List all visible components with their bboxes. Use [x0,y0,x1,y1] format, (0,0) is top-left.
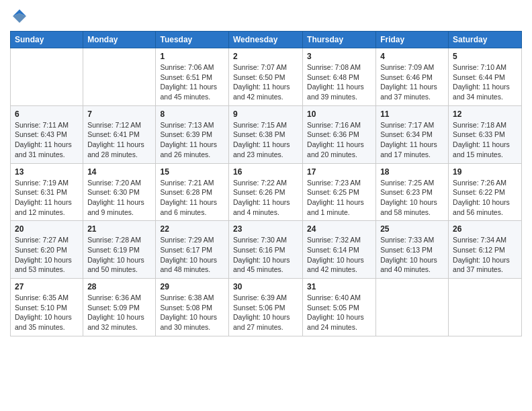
day-number: 12 [453,109,517,119]
day-cell: 2Sunrise: 7:07 AM Sunset: 6:50 PM Daylig… [228,48,302,106]
day-number: 8 [160,109,224,119]
day-cell: 20Sunrise: 7:27 AM Sunset: 6:20 PM Dayli… [11,221,83,279]
day-number: 19 [453,167,517,177]
week-row-3: 13Sunrise: 7:19 AM Sunset: 6:31 PM Dayli… [11,163,522,221]
day-cell: 25Sunrise: 7:33 AM Sunset: 6:13 PM Dayli… [376,221,449,279]
day-cell: 7Sunrise: 7:12 AM Sunset: 6:41 PM Daylig… [83,105,156,163]
day-info: Sunrise: 7:30 AM Sunset: 6:16 PM Dayligh… [233,235,298,275]
day-header-friday: Friday [376,32,449,48]
calendar-table: SundayMondayTuesdayWednesdayThursdayFrid… [10,31,522,336]
day-header-wednesday: Wednesday [228,32,302,48]
day-cell [83,48,156,106]
day-number: 26 [453,224,517,234]
day-number: 9 [233,109,298,119]
day-header-thursday: Thursday [303,32,376,48]
day-cell: 16Sunrise: 7:22 AM Sunset: 6:26 PM Dayli… [228,163,302,221]
week-row-4: 20Sunrise: 7:27 AM Sunset: 6:20 PM Dayli… [11,221,522,279]
day-cell: 30Sunrise: 6:39 AM Sunset: 5:06 PM Dayli… [228,279,302,336]
header-row: SundayMondayTuesdayWednesdayThursdayFrid… [11,32,522,48]
day-number: 10 [307,109,371,119]
day-number: 27 [15,282,79,291]
day-number: 1 [160,52,224,61]
day-cell: 19Sunrise: 7:26 AM Sunset: 6:22 PM Dayli… [449,163,522,221]
header [10,7,522,26]
day-info: Sunrise: 7:34 AM Sunset: 6:12 PM Dayligh… [453,235,517,275]
day-info: Sunrise: 7:21 AM Sunset: 6:28 PM Dayligh… [160,178,224,218]
day-info: Sunrise: 7:12 AM Sunset: 6:41 PM Dayligh… [87,120,151,160]
day-cell: 29Sunrise: 6:38 AM Sunset: 5:08 PM Dayli… [156,279,229,336]
day-info: Sunrise: 7:27 AM Sunset: 6:20 PM Dayligh… [15,235,79,275]
day-info: Sunrise: 7:16 AM Sunset: 6:36 PM Dayligh… [307,120,371,160]
day-cell: 26Sunrise: 7:34 AM Sunset: 6:12 PM Dayli… [449,221,522,279]
day-info: Sunrise: 6:35 AM Sunset: 5:10 PM Dayligh… [15,293,79,332]
day-number: 23 [233,224,298,234]
day-cell: 12Sunrise: 7:18 AM Sunset: 6:33 PM Dayli… [449,105,522,163]
day-cell [376,279,449,336]
day-cell [449,279,522,336]
day-info: Sunrise: 7:18 AM Sunset: 6:33 PM Dayligh… [453,120,517,160]
day-cell: 31Sunrise: 6:40 AM Sunset: 5:05 PM Dayli… [303,279,376,336]
day-info: Sunrise: 7:29 AM Sunset: 6:17 PM Dayligh… [160,235,224,275]
day-number: 31 [307,282,371,291]
day-cell: 6Sunrise: 7:11 AM Sunset: 6:43 PM Daylig… [11,105,83,163]
day-number: 6 [15,109,79,119]
day-info: Sunrise: 7:15 AM Sunset: 6:38 PM Dayligh… [233,120,298,160]
day-number: 5 [453,52,517,61]
day-info: Sunrise: 7:26 AM Sunset: 6:22 PM Dayligh… [453,178,517,218]
day-number: 16 [233,167,298,177]
day-info: Sunrise: 7:10 AM Sunset: 6:44 PM Dayligh… [453,62,517,102]
day-info: Sunrise: 7:25 AM Sunset: 6:23 PM Dayligh… [380,178,444,218]
day-number: 13 [15,167,79,177]
day-cell: 24Sunrise: 7:32 AM Sunset: 6:14 PM Dayli… [303,221,376,279]
day-info: Sunrise: 7:17 AM Sunset: 6:34 PM Dayligh… [380,120,444,160]
day-number: 4 [380,52,444,61]
day-number: 3 [307,52,371,61]
day-info: Sunrise: 7:09 AM Sunset: 6:46 PM Dayligh… [380,62,444,102]
day-number: 15 [160,167,224,177]
day-info: Sunrise: 7:32 AM Sunset: 6:14 PM Dayligh… [307,235,371,275]
day-info: Sunrise: 7:20 AM Sunset: 6:30 PM Dayligh… [87,178,151,218]
day-number: 18 [380,167,444,177]
day-info: Sunrise: 6:40 AM Sunset: 5:05 PM Dayligh… [307,293,371,332]
day-header-sunday: Sunday [11,32,83,48]
day-info: Sunrise: 7:19 AM Sunset: 6:31 PM Dayligh… [15,178,79,218]
day-number: 21 [87,224,151,234]
day-number: 11 [380,109,444,119]
day-number: 30 [233,282,298,291]
day-info: Sunrise: 7:23 AM Sunset: 6:25 PM Dayligh… [307,178,371,218]
day-header-monday: Monday [83,32,156,48]
day-cell: 22Sunrise: 7:29 AM Sunset: 6:17 PM Dayli… [156,221,229,279]
day-cell: 9Sunrise: 7:15 AM Sunset: 6:38 PM Daylig… [228,105,302,163]
day-cell: 11Sunrise: 7:17 AM Sunset: 6:34 PM Dayli… [376,105,449,163]
day-number: 25 [380,224,444,234]
day-info: Sunrise: 6:38 AM Sunset: 5:08 PM Dayligh… [160,293,224,332]
day-info: Sunrise: 7:13 AM Sunset: 6:39 PM Dayligh… [160,120,224,160]
day-cell: 5Sunrise: 7:10 AM Sunset: 6:44 PM Daylig… [449,48,522,106]
logo-icon [10,7,29,26]
day-header-saturday: Saturday [449,32,522,48]
day-cell: 17Sunrise: 7:23 AM Sunset: 6:25 PM Dayli… [303,163,376,221]
day-info: Sunrise: 7:11 AM Sunset: 6:43 PM Dayligh… [15,120,79,160]
day-info: Sunrise: 7:22 AM Sunset: 6:26 PM Dayligh… [233,178,298,218]
day-number: 24 [307,224,371,234]
day-cell: 1Sunrise: 7:06 AM Sunset: 6:51 PM Daylig… [156,48,229,106]
day-number: 29 [160,282,224,291]
day-cell: 21Sunrise: 7:28 AM Sunset: 6:19 PM Dayli… [83,221,156,279]
day-info: Sunrise: 7:28 AM Sunset: 6:19 PM Dayligh… [87,235,151,275]
day-header-tuesday: Tuesday [156,32,229,48]
day-cell: 4Sunrise: 7:09 AM Sunset: 6:46 PM Daylig… [376,48,449,106]
day-info: Sunrise: 7:08 AM Sunset: 6:48 PM Dayligh… [307,62,371,102]
week-row-1: 1Sunrise: 7:06 AM Sunset: 6:51 PM Daylig… [11,48,522,106]
day-cell: 28Sunrise: 6:36 AM Sunset: 5:09 PM Dayli… [83,279,156,336]
day-info: Sunrise: 6:36 AM Sunset: 5:09 PM Dayligh… [87,293,151,332]
day-cell: 14Sunrise: 7:20 AM Sunset: 6:30 PM Dayli… [83,163,156,221]
day-cell: 8Sunrise: 7:13 AM Sunset: 6:39 PM Daylig… [156,105,229,163]
day-number: 28 [87,282,151,291]
day-number: 7 [87,109,151,119]
day-cell: 27Sunrise: 6:35 AM Sunset: 5:10 PM Dayli… [11,279,83,336]
day-number: 17 [307,167,371,177]
day-cell: 10Sunrise: 7:16 AM Sunset: 6:36 PM Dayli… [303,105,376,163]
day-cell: 18Sunrise: 7:25 AM Sunset: 6:23 PM Dayli… [376,163,449,221]
week-row-5: 27Sunrise: 6:35 AM Sunset: 5:10 PM Dayli… [11,279,522,336]
day-cell: 23Sunrise: 7:30 AM Sunset: 6:16 PM Dayli… [228,221,302,279]
